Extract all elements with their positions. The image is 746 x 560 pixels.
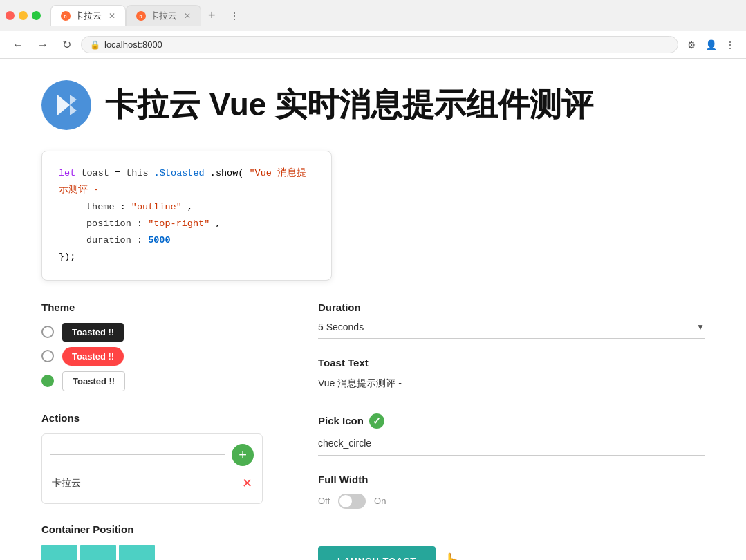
actions-box: + 卡拉云 ✕ bbox=[41, 433, 263, 504]
address-text: localhost:8000 bbox=[104, 39, 162, 50]
tab-label-2: 卡拉云 bbox=[150, 10, 177, 22]
address-bar[interactable]: 🔒 localhost:8000 bbox=[81, 36, 678, 53]
code-comma-2: , bbox=[215, 218, 221, 229]
full-width-toggle[interactable] bbox=[338, 494, 366, 509]
left-column: Theme Toasted !! Toasted !! Toasted !! A… bbox=[41, 301, 263, 560]
delete-action-button[interactable]: ✕ bbox=[242, 476, 252, 491]
toggle-off-label: Off bbox=[318, 496, 330, 506]
action-add-row: + bbox=[50, 444, 254, 466]
code-comma-1: , bbox=[187, 202, 193, 212]
code-kw-let: let bbox=[59, 168, 81, 178]
code-block: let toast = this .$toasted .show( "Vue 消… bbox=[41, 151, 332, 281]
new-tab-button[interactable]: + bbox=[201, 4, 223, 27]
right-column: Duration 1 Seconds 2 Seconds 3 Seconds 4… bbox=[318, 301, 705, 560]
close-button[interactable] bbox=[6, 11, 15, 20]
theme-radio-outline[interactable]: Toasted !! bbox=[41, 371, 263, 391]
pick-icon-text: Pick Icon bbox=[318, 415, 364, 427]
code-str-outline: "outline" bbox=[131, 202, 182, 212]
tab-more-button[interactable]: ⋮ bbox=[223, 6, 246, 26]
code-this: this bbox=[126, 168, 148, 178]
code-prop-duration: duration bbox=[86, 235, 131, 245]
code-line-3: position : "top-right" , bbox=[59, 216, 315, 232]
minimize-button[interactable] bbox=[19, 11, 28, 20]
icon-input[interactable] bbox=[318, 438, 705, 449]
browser-chrome: R 卡拉云 ✕ R 卡拉云 ✕ + ⋮ ← bbox=[0, 0, 746, 59]
tab-favicon-1: R bbox=[61, 11, 71, 21]
browser-tab-2[interactable]: R 卡拉云 ✕ bbox=[126, 5, 201, 26]
nav-actions: ⚙ 👤 ⋮ bbox=[684, 37, 738, 53]
code-show: .show( bbox=[210, 168, 244, 178]
icon-input-row bbox=[318, 437, 705, 456]
nav-bar: ← → ↻ 🔒 localhost:8000 ⚙ 👤 ⋮ bbox=[0, 31, 746, 59]
code-line-5: }); bbox=[59, 249, 315, 265]
action-line bbox=[50, 454, 225, 455]
pick-icon-section: Pick Icon ✓ bbox=[318, 413, 705, 456]
tab-close-2[interactable]: ✕ bbox=[184, 11, 191, 21]
code-line-4: duration : 5000 bbox=[59, 232, 315, 249]
theme-section: Theme Toasted !! Toasted !! Toasted !! bbox=[41, 301, 263, 391]
pos-top-right[interactable] bbox=[119, 545, 155, 560]
duration-section: Duration 1 Seconds 2 Seconds 3 Seconds 4… bbox=[318, 301, 705, 339]
toast-text-section: Toast Text bbox=[318, 357, 705, 395]
toast-badge-orange: Toasted !! bbox=[62, 347, 124, 366]
reload-button[interactable]: ↻ bbox=[58, 35, 75, 54]
pos-top-left[interactable] bbox=[41, 545, 77, 560]
select-arrow-icon: ▼ bbox=[696, 322, 705, 332]
toast-badge-dark: Toasted !! bbox=[62, 323, 124, 342]
maximize-button[interactable] bbox=[32, 11, 41, 20]
forward-button[interactable]: → bbox=[33, 36, 53, 54]
tab-close-1[interactable]: ✕ bbox=[109, 11, 115, 21]
full-width-label: Full Width bbox=[318, 474, 705, 485]
more-options-icon[interactable]: ⋮ bbox=[722, 37, 738, 53]
theme-radio-orange[interactable]: Toasted !! bbox=[41, 347, 263, 366]
main-layout: Theme Toasted !! Toasted !! Toasted !! A… bbox=[41, 301, 705, 560]
tab-label-1: 卡拉云 bbox=[75, 10, 102, 22]
tab-favicon-2: R bbox=[136, 11, 146, 21]
position-section: Container Position bbox=[41, 523, 263, 560]
code-eq: = bbox=[115, 168, 126, 178]
check-circle-icon: ✓ bbox=[369, 413, 384, 429]
position-grid bbox=[41, 545, 263, 560]
code-var-toast: toast bbox=[81, 168, 109, 178]
theme-label: Theme bbox=[41, 301, 263, 313]
duration-select[interactable]: 1 Seconds 2 Seconds 3 Seconds 4 Seconds … bbox=[318, 321, 696, 333]
pick-icon-label: Pick Icon ✓ bbox=[318, 413, 705, 429]
toast-text-label: Toast Text bbox=[318, 357, 705, 368]
action-item-1: 卡拉云 ✕ bbox=[50, 473, 254, 494]
toast-text-input[interactable] bbox=[318, 378, 705, 389]
full-width-section: Full Width Off On bbox=[318, 474, 705, 509]
theme-radio-dark[interactable]: Toasted !! bbox=[41, 323, 263, 342]
profile-icon[interactable]: 👤 bbox=[703, 37, 718, 53]
address-icon: 🔒 bbox=[90, 40, 100, 50]
browser-tab-1[interactable]: R 卡拉云 ✕ bbox=[50, 5, 126, 26]
action-item-text: 卡拉云 bbox=[52, 477, 81, 489]
toggle-row: Off On bbox=[318, 494, 705, 509]
position-label: Container Position bbox=[41, 523, 263, 535]
toast-badge-outline: Toasted !! bbox=[62, 371, 125, 391]
svg-text:R: R bbox=[64, 15, 67, 19]
code-num-5000: 5000 bbox=[148, 235, 170, 245]
window-controls bbox=[6, 11, 41, 20]
back-button[interactable]: ← bbox=[8, 36, 28, 54]
duration-select-row: 1 Seconds 2 Seconds 3 Seconds 4 Seconds … bbox=[318, 321, 705, 339]
cursor-icon: 👆 bbox=[442, 552, 460, 560]
tabs-row: R 卡拉云 ✕ R 卡拉云 ✕ + ⋮ bbox=[50, 4, 246, 27]
launch-row: LAUNCH TOAST 👆 bbox=[318, 527, 705, 560]
page-content: 卡拉云 Vue 实时消息提示组件测评 let toast = this .$to… bbox=[0, 59, 746, 560]
toggle-thumb bbox=[339, 495, 352, 507]
code-space-colon: : bbox=[137, 235, 148, 245]
pos-top-center[interactable] bbox=[80, 545, 116, 560]
radio-orange[interactable] bbox=[41, 350, 54, 362]
page-title: 卡拉云 Vue 实时消息提示组件测评 bbox=[105, 84, 593, 127]
code-colon-2: : bbox=[137, 218, 148, 229]
svg-text:R: R bbox=[140, 15, 142, 19]
launch-toast-button[interactable]: LAUNCH TOAST bbox=[318, 546, 436, 560]
radio-dark[interactable] bbox=[41, 326, 54, 338]
toggle-on-label: On bbox=[374, 496, 386, 506]
add-action-button[interactable]: + bbox=[232, 444, 254, 466]
code-colon-1: : bbox=[120, 202, 131, 212]
radio-outline[interactable] bbox=[41, 375, 54, 387]
actions-section: Actions + 卡拉云 ✕ bbox=[41, 412, 263, 504]
extensions-icon[interactable]: ⚙ bbox=[684, 37, 699, 53]
page-header: 卡拉云 Vue 实时消息提示组件测评 bbox=[41, 80, 705, 130]
